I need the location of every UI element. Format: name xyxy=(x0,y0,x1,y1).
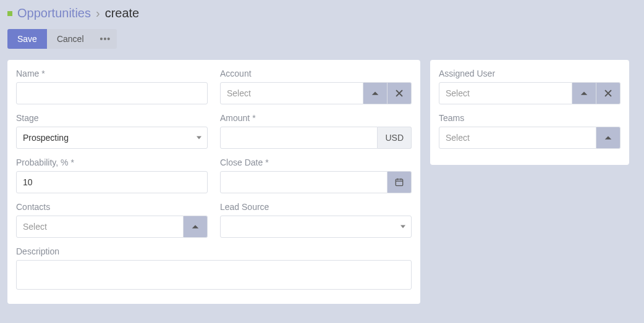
assigned-user-label: Assigned User xyxy=(439,69,621,78)
account-label: Account xyxy=(220,69,412,78)
toolbar: Save Cancel ••• xyxy=(0,29,644,60)
assigned-user-clear-button[interactable] xyxy=(596,82,621,104)
stage-value: Prospecting xyxy=(23,133,69,143)
close-date-picker-button[interactable] xyxy=(388,171,412,193)
teams-input[interactable] xyxy=(439,127,596,149)
amount-input[interactable] xyxy=(220,127,378,149)
description-textarea[interactable] xyxy=(16,260,412,290)
close-icon xyxy=(604,89,612,98)
stage-label: Stage xyxy=(16,113,208,123)
close-icon xyxy=(395,89,404,98)
main-form-panel: Name * Account Stage xyxy=(7,60,420,304)
breadcrumb-entity-link[interactable]: Opportunities xyxy=(17,6,91,20)
breadcrumb-separator: › xyxy=(96,6,100,20)
close-date-label: Close Date * xyxy=(220,157,412,167)
assigned-user-lookup-button[interactable] xyxy=(572,82,596,104)
account-clear-button[interactable] xyxy=(388,82,412,104)
more-actions-button[interactable]: ••• xyxy=(94,29,117,49)
lead-source-select[interactable] xyxy=(220,216,412,238)
description-label: Description xyxy=(16,246,412,256)
amount-label: Amount * xyxy=(220,113,412,123)
close-date-input[interactable] xyxy=(220,171,388,193)
side-panel: Assigned User Teams xyxy=(430,60,629,165)
amount-currency-addon[interactable]: USD xyxy=(378,127,412,149)
breadcrumb: Opportunities › create xyxy=(0,0,644,29)
contacts-input[interactable] xyxy=(16,216,184,238)
entity-color-indicator xyxy=(7,11,12,16)
breadcrumb-current: create xyxy=(105,6,140,20)
teams-lookup-button[interactable] xyxy=(596,127,621,149)
save-button[interactable]: Save xyxy=(7,29,47,49)
name-label: Name * xyxy=(16,69,208,78)
calendar-icon xyxy=(395,178,404,187)
lead-source-label: Lead Source xyxy=(220,202,412,212)
chevron-up-icon xyxy=(191,222,200,231)
name-input[interactable] xyxy=(16,82,208,104)
account-input[interactable] xyxy=(220,82,363,104)
ellipsis-icon: ••• xyxy=(100,34,111,44)
chevron-up-icon xyxy=(604,133,612,142)
assigned-user-input[interactable] xyxy=(439,82,572,104)
chevron-up-icon xyxy=(580,89,588,98)
teams-label: Teams xyxy=(439,113,621,123)
contacts-lookup-button[interactable] xyxy=(184,216,208,238)
stage-select[interactable]: Prospecting xyxy=(16,127,208,149)
chevron-up-icon xyxy=(371,89,379,98)
probability-label: Probability, % * xyxy=(16,157,208,167)
svg-rect-0 xyxy=(396,179,402,186)
cancel-button[interactable]: Cancel xyxy=(47,29,94,49)
contacts-label: Contacts xyxy=(16,202,208,212)
account-lookup-button[interactable] xyxy=(363,82,388,104)
probability-input[interactable] xyxy=(16,171,208,193)
